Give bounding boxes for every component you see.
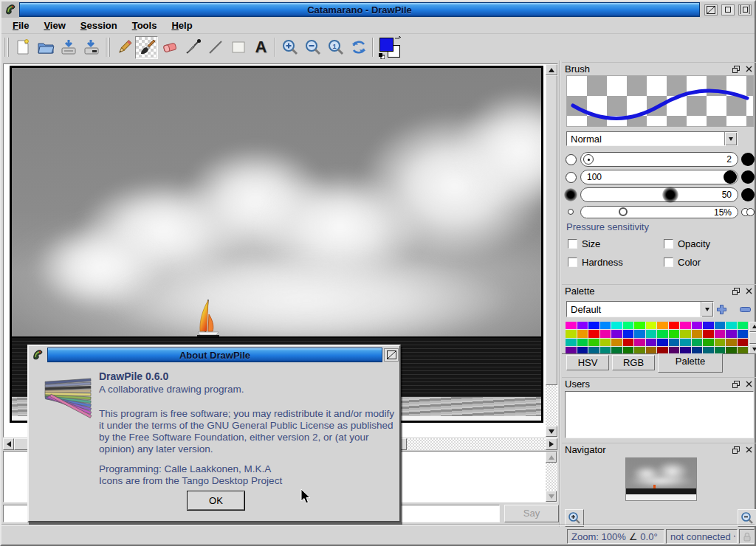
- palette-swatch[interactable]: [703, 339, 714, 346]
- palette-swatch[interactable]: [726, 322, 737, 329]
- palette-swatch[interactable]: [623, 339, 634, 346]
- open-button[interactable]: [34, 36, 57, 59]
- new-document-button[interactable]: [11, 36, 34, 59]
- palette-swatch[interactable]: [611, 322, 622, 329]
- say-button[interactable]: Say: [504, 505, 559, 522]
- brush-dock-titlebar[interactable]: Brush: [562, 62, 756, 75]
- slider-handle[interactable]: [619, 207, 628, 216]
- palette-swatch[interactable]: [726, 339, 737, 346]
- float-dock-button[interactable]: [730, 379, 741, 390]
- zoom-original-button[interactable]: 1: [324, 36, 347, 59]
- pressure-hardness-checkbox[interactable]: Hardness: [568, 257, 623, 268]
- float-dock-button[interactable]: [730, 286, 741, 297]
- palette-swatches[interactable]: [566, 322, 748, 354]
- palette-swatch[interactable]: [703, 322, 714, 329]
- close-dock-button[interactable]: [743, 286, 755, 297]
- brush-spacing-slider[interactable]: 15%: [580, 206, 738, 218]
- palette-swatch[interactable]: [600, 339, 611, 346]
- palette-swatch[interactable]: [669, 322, 680, 329]
- tab-hsv[interactable]: HSV: [566, 355, 609, 370]
- save-button[interactable]: [57, 36, 80, 59]
- ok-button[interactable]: OK: [187, 491, 245, 511]
- palette-swatch[interactable]: [566, 330, 577, 337]
- palette-swatch[interactable]: [738, 330, 749, 337]
- palette-select-combobox[interactable]: Default: [566, 301, 714, 317]
- palette-swatch[interactable]: [715, 322, 726, 329]
- palette-swatch[interactable]: [600, 330, 611, 337]
- checkbox-icon[interactable]: [664, 258, 673, 267]
- palette-swatch[interactable]: [738, 322, 749, 329]
- window-shade-button[interactable]: [704, 4, 718, 15]
- pressure-size-checkbox[interactable]: Size: [568, 238, 600, 249]
- scroll-down-button[interactable]: [546, 491, 557, 502]
- tab-rgb[interactable]: RGB: [612, 355, 655, 370]
- zoom-out-button[interactable]: [301, 36, 324, 59]
- palette-swatch[interactable]: [623, 330, 634, 337]
- swap-colors-icon[interactable]: [394, 35, 402, 43]
- palette-swatch[interactable]: [657, 339, 668, 346]
- palette-swatch[interactable]: [634, 322, 645, 329]
- palette-swatch[interactable]: [726, 330, 737, 337]
- brush-tool-button[interactable]: [135, 36, 158, 59]
- menu-tools[interactable]: Tools: [126, 18, 164, 32]
- users-dock-titlebar[interactable]: Users: [562, 377, 756, 390]
- palette-swatch[interactable]: [680, 330, 691, 337]
- remove-palette-button[interactable]: [736, 302, 754, 317]
- float-dock-button[interactable]: [730, 445, 741, 455]
- palette-swatch[interactable]: [692, 330, 703, 337]
- scroll-down-button[interactable]: [749, 344, 756, 354]
- combo-arrow-button[interactable]: [701, 302, 713, 317]
- palette-swatch[interactable]: [577, 330, 588, 337]
- checkbox-icon[interactable]: [664, 239, 673, 249]
- scroll-up-button[interactable]: [749, 322, 756, 332]
- pencil-tool-button[interactable]: [112, 36, 135, 59]
- title-bar-gradient[interactable]: Catamarano - DrawPile: [19, 2, 700, 17]
- pressure-color-checkbox[interactable]: Color: [664, 257, 701, 268]
- default-colors-icon[interactable]: [379, 53, 385, 59]
- add-palette-button[interactable]: [712, 302, 730, 317]
- palette-swatch[interactable]: [669, 330, 680, 337]
- palette-swatch[interactable]: [623, 322, 634, 329]
- float-dock-button[interactable]: [730, 64, 741, 75]
- combo-arrow-button[interactable]: [724, 132, 737, 145]
- scroll-down-button[interactable]: [546, 426, 557, 437]
- refresh-button[interactable]: [347, 36, 370, 59]
- line-tool-button[interactable]: [204, 36, 227, 59]
- palette-swatch[interactable]: [669, 339, 680, 346]
- palette-scrollbar[interactable]: [749, 322, 756, 354]
- palette-swatch[interactable]: [588, 339, 599, 346]
- brush-size-slider[interactable]: 2: [580, 152, 738, 167]
- palette-swatch[interactable]: [646, 339, 657, 346]
- tab-palette[interactable]: Palette: [658, 353, 723, 373]
- palette-swatch[interactable]: [657, 322, 668, 329]
- palette-swatch[interactable]: [611, 339, 622, 346]
- navigator-dock-titlebar[interactable]: Navigator: [562, 443, 756, 456]
- palette-swatch[interactable]: [634, 330, 645, 337]
- palette-swatch[interactable]: [600, 322, 611, 329]
- navigator-zoom-out-button[interactable]: [738, 509, 756, 527]
- scroll-thumb[interactable]: [749, 332, 756, 344]
- scroll-up-button[interactable]: [546, 64, 557, 75]
- pressure-opacity-checkbox[interactable]: Opacity: [664, 238, 710, 249]
- drawpile-app-icon[interactable]: [1, 1, 19, 18]
- toolbar-handle[interactable]: [4, 38, 9, 57]
- window-minimize-button[interactable]: [721, 4, 735, 15]
- palette-swatch[interactable]: [566, 339, 577, 346]
- users-list[interactable]: [565, 391, 754, 438]
- blend-mode-combobox[interactable]: Normal: [566, 131, 738, 146]
- palette-swatch[interactable]: [692, 339, 703, 346]
- chat-scrollbar[interactable]: [546, 452, 557, 502]
- palette-swatch[interactable]: [680, 339, 691, 346]
- palette-swatch[interactable]: [715, 339, 726, 346]
- slider-handle[interactable]: [662, 187, 678, 203]
- rectangle-tool-button[interactable]: [227, 36, 250, 59]
- palette-swatch[interactable]: [577, 322, 588, 329]
- scroll-up-button[interactable]: [546, 452, 557, 463]
- color-picker-tool-button[interactable]: [181, 36, 204, 59]
- checkbox-icon[interactable]: [568, 258, 577, 267]
- palette-swatch[interactable]: [715, 330, 726, 337]
- palette-swatch[interactable]: [692, 322, 703, 329]
- menu-help[interactable]: Help: [165, 18, 199, 32]
- scroll-thumb[interactable]: [546, 75, 557, 385]
- slider-handle[interactable]: [724, 170, 737, 184]
